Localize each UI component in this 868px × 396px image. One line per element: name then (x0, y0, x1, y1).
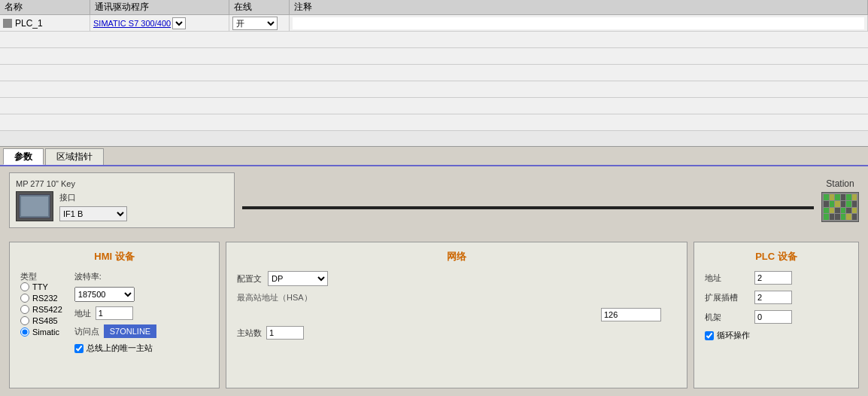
s7online-button[interactable]: S7ONLINE (104, 324, 156, 338)
station-cell (841, 194, 846, 200)
station-image (821, 192, 859, 222)
plc-slot-row: 扩展插槽 (705, 291, 848, 304)
table-header: 名称 通讯驱动程序 在线 注释 (0, 0, 868, 15)
station-cell (852, 214, 857, 220)
station-cell (846, 201, 851, 207)
tab-params[interactable]: 参数 (3, 148, 44, 165)
only-master-checkbox[interactable] (74, 344, 83, 353)
driver-select[interactable] (172, 17, 186, 29)
device-box: MP 277 10" Key 接口 IF1 B IF1 A (9, 172, 235, 228)
device-screen-inner (21, 196, 48, 216)
radio-rs485-input[interactable] (20, 316, 29, 325)
tabs-bar: 参数 区域指针 (0, 147, 868, 166)
comment-input[interactable] (293, 17, 864, 29)
station-cell (835, 201, 840, 207)
hmi-panel: HMI 设备 类型 TTY RS232 RS5422 (9, 242, 220, 388)
radio-simatic[interactable]: Simatic (20, 327, 62, 337)
plc-icon (3, 19, 12, 28)
table-row-empty (0, 81, 868, 98)
plc-rack-label: 机架 (705, 312, 750, 323)
station-cell (852, 194, 857, 200)
radio-tty-input[interactable] (20, 282, 29, 291)
network-panel-title: 网络 (237, 250, 676, 263)
online-select[interactable]: 开 关 (232, 17, 278, 30)
master-count-row: 主站数 (237, 326, 676, 340)
hs-addr-row: 最高站地址（HSA） (237, 292, 676, 303)
station-cell (846, 194, 851, 200)
radio-simatic-input[interactable] (20, 327, 29, 337)
radio-rs232-label: RS232 (32, 294, 58, 303)
radio-group: TTY RS232 RS5422 RS485 (20, 282, 62, 337)
table-row-empty (0, 48, 868, 65)
table-row-empty (0, 65, 868, 81)
radio-tty-label: TTY (32, 282, 48, 291)
loop-checkbox[interactable] (705, 331, 714, 340)
config-type-row: 配置文 DP MPI (237, 271, 676, 286)
network-panel: 网络 配置文 DP MPI 最高站地址（HSA） 主站数 (226, 242, 687, 388)
settings-column: 波特率: 187500 93750 地址 访问点 S7ONLINE (74, 271, 208, 354)
radio-rs5422-label: RS5422 (32, 305, 62, 314)
plc-rack-input[interactable] (754, 310, 792, 324)
table-row-empty (0, 114, 868, 131)
radio-rs485[interactable]: RS485 (20, 316, 62, 325)
station-cell (852, 201, 857, 207)
radio-tty[interactable]: TTY (20, 282, 62, 291)
baud-select[interactable]: 187500 93750 (74, 287, 135, 302)
station-cell (846, 214, 851, 220)
plc-addr-input[interactable] (754, 271, 792, 285)
interface-section: 接口 IF1 B IF1 A (59, 192, 127, 221)
device-image (16, 191, 53, 221)
plc-slot-label: 扩展插槽 (705, 292, 750, 303)
only-master-row[interactable]: 总线上的唯一主站 (74, 343, 208, 354)
tab-area-pointer[interactable]: 区域指针 (45, 148, 104, 165)
cell-comment[interactable] (290, 15, 868, 31)
station-label: Station (826, 178, 854, 189)
radio-rs232[interactable]: RS232 (20, 294, 62, 303)
type-label: 类型 (20, 271, 62, 282)
addr-label: 地址 (74, 308, 91, 319)
cell-name: PLC_1 (0, 15, 90, 31)
access-label: 访问点 (74, 326, 99, 337)
plc-addr-label: 地址 (705, 273, 750, 284)
device-screen (19, 194, 50, 218)
station-cell (852, 208, 857, 214)
cell-online[interactable]: 开 关 (229, 15, 290, 31)
addr-input[interactable] (96, 306, 133, 320)
station-cell (824, 214, 829, 220)
radio-rs232-input[interactable] (20, 294, 29, 303)
plc-panel-title: PLC 设备 (705, 250, 848, 263)
cell-driver[interactable]: SIMATIC S7 300/400 (90, 15, 229, 31)
radio-rs485-label: RS485 (32, 316, 58, 325)
addr-row: 地址 (74, 306, 208, 320)
hs-addr-input[interactable] (601, 308, 661, 321)
station-cell (846, 208, 851, 214)
station-cell (835, 214, 840, 220)
connection-area: MP 277 10" Key 接口 IF1 B IF1 A Station (0, 166, 868, 234)
device-title: MP 277 10" Key (16, 179, 228, 188)
config-select[interactable]: DP MPI (268, 271, 328, 286)
radio-rs5422[interactable]: RS5422 (20, 305, 62, 314)
hs-addr-input-row (237, 308, 676, 321)
station-cell (835, 208, 840, 214)
plc-addr-row: 地址 (705, 271, 848, 285)
hmi-panel-title: HMI 设备 (20, 250, 208, 263)
table-row-empty (0, 32, 868, 48)
header-comment: 注释 (290, 0, 868, 14)
hs-addr-label: 最高站地址（HSA） (237, 292, 312, 303)
config-label: 配置文 (237, 273, 262, 285)
loop-row[interactable]: 循环操作 (705, 330, 848, 341)
radio-rs5422-input[interactable] (20, 305, 29, 314)
station-cell (841, 208, 846, 214)
interface-select[interactable]: IF1 B IF1 A (59, 206, 127, 221)
device-table: 名称 通讯驱动程序 在线 注释 PLC_1 SIMATIC S7 300/400… (0, 0, 868, 147)
plc-slot-input[interactable] (754, 291, 792, 304)
baud-row: 波特率: (74, 271, 208, 282)
station-cell (830, 214, 835, 220)
table-row-empty (0, 98, 868, 114)
config-area: HMI 设备 类型 TTY RS232 RS5422 (0, 234, 868, 396)
header-name: 名称 (0, 0, 90, 14)
type-column: 类型 TTY RS232 RS5422 (20, 271, 62, 354)
table-row[interactable]: PLC_1 SIMATIC S7 300/400 开 关 (0, 15, 868, 32)
station-cell (830, 201, 835, 207)
master-count-input[interactable] (266, 326, 304, 340)
